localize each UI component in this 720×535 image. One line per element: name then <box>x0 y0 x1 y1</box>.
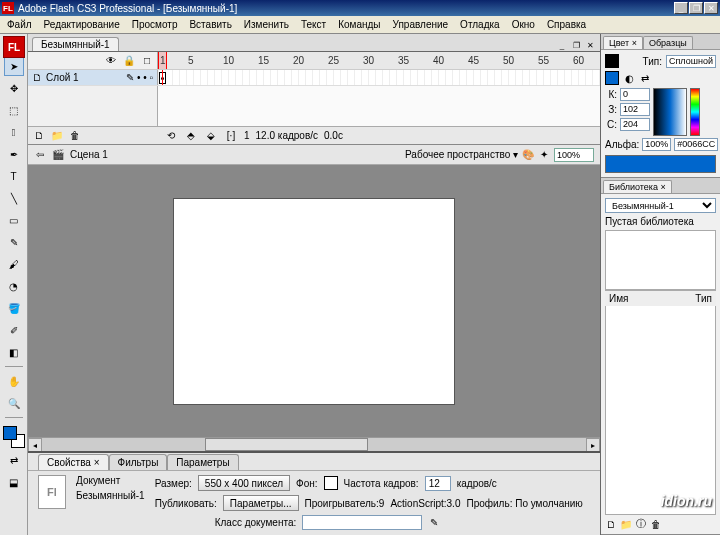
layer-empty-area <box>28 86 158 126</box>
pencil-tool[interactable]: ✎ <box>4 232 24 252</box>
edit-multiple-icon[interactable]: [·] <box>224 129 238 143</box>
lib-col-name[interactable]: Имя <box>609 293 628 304</box>
zoom-tool[interactable]: 🔍 <box>4 393 24 413</box>
menu-commands[interactable]: Команды <box>333 18 385 31</box>
new-layer-button[interactable]: 🗋 <box>32 129 46 143</box>
menu-modify[interactable]: Изменить <box>239 18 294 31</box>
eraser-tool[interactable]: ◧ <box>4 342 24 362</box>
menu-control[interactable]: Управление <box>388 18 454 31</box>
workspace-menu[interactable]: Рабочее пространство ▾ <box>405 149 518 160</box>
edit-symbol-icon[interactable]: ✦ <box>538 149 550 161</box>
close-button[interactable]: ✕ <box>704 2 718 14</box>
menu-debug[interactable]: Отладка <box>455 18 505 31</box>
frames-track[interactable] <box>158 70 600 85</box>
tab-color[interactable]: Цвет × <box>603 36 643 49</box>
hue-bar[interactable] <box>690 88 700 136</box>
brush-tool[interactable]: 🖌 <box>4 254 24 274</box>
green-field[interactable]: 102 <box>620 103 650 116</box>
outline-icon[interactable]: □ <box>141 55 153 67</box>
menu-edit[interactable]: Редактирование <box>39 18 125 31</box>
menu-insert[interactable]: Вставить <box>184 18 236 31</box>
back-icon[interactable]: ⇦ <box>34 149 46 161</box>
title-bar: FL Adobe Flash CS3 Professional - [Безым… <box>0 0 720 16</box>
red-field[interactable]: 0 <box>620 88 650 101</box>
onion-skin-icon[interactable]: ⬘ <box>184 129 198 143</box>
hand-tool[interactable]: ✋ <box>4 371 24 391</box>
properties-button[interactable]: ⓘ <box>635 518 647 530</box>
options-icon[interactable]: ⬓ <box>4 472 24 492</box>
doc-class-field[interactable] <box>302 515 422 530</box>
noswap-icon[interactable]: ⇄ <box>639 72 651 84</box>
document-tab[interactable]: Безымянный-1 <box>32 37 119 51</box>
bw-icon[interactable]: ◐ <box>623 72 635 84</box>
layer-row[interactable]: 🗋 Слой 1 ✎ • • ▫ <box>28 70 158 85</box>
eyedropper-tool[interactable]: ✐ <box>4 320 24 340</box>
text-tool[interactable]: T <box>4 166 24 186</box>
blue-field[interactable]: 204 <box>620 118 650 131</box>
delete-button[interactable]: 🗑 <box>650 518 662 530</box>
free-transform-tool[interactable]: ⬚ <box>4 100 24 120</box>
alpha-field[interactable]: 100% <box>642 138 671 151</box>
edit-class-icon[interactable]: ✎ <box>428 517 440 529</box>
menu-window[interactable]: Окно <box>507 18 540 31</box>
stage[interactable] <box>174 199 454 404</box>
doc-minimize-button[interactable]: _ <box>556 39 568 51</box>
new-folder-button[interactable]: 📁 <box>50 129 64 143</box>
tab-library[interactable]: Библиотека × <box>603 180 672 193</box>
new-symbol-button[interactable]: 🗋 <box>605 518 617 530</box>
menu-view[interactable]: Просмотр <box>127 18 183 31</box>
lasso-tool[interactable]: 𓏢 <box>4 122 24 142</box>
timeline-ruler[interactable]: 1 5 10 15 20 25 30 35 40 45 50 55 60 <box>158 52 600 69</box>
scene-name[interactable]: Сцена 1 <box>70 149 108 160</box>
library-doc-select[interactable]: Безымянный-1 <box>605 198 716 213</box>
actionscript-label: ActionScript:3.0 <box>390 498 460 509</box>
watermark: idion.ru <box>661 493 712 509</box>
minimize-button[interactable]: _ <box>674 2 688 14</box>
line-tool[interactable]: ╲ <box>4 188 24 208</box>
edit-scene-icon[interactable]: 🎨 <box>522 149 534 161</box>
scroll-left-button[interactable]: ◂ <box>28 438 42 452</box>
lib-col-type[interactable]: Тип <box>695 293 712 304</box>
new-folder-button[interactable]: 📁 <box>620 518 632 530</box>
bg-color-swatch[interactable] <box>324 476 338 490</box>
library-list[interactable] <box>605 306 716 515</box>
subselection-tool[interactable]: ✥ <box>4 78 24 98</box>
menu-text[interactable]: Текст <box>296 18 331 31</box>
swap-colors-icon[interactable]: ⇄ <box>4 450 24 470</box>
color-spectrum[interactable] <box>653 88 687 136</box>
zoom-field[interactable]: 100% <box>554 148 594 162</box>
horizontal-scrollbar[interactable]: ◂ ▸ <box>28 437 600 451</box>
publish-settings-button[interactable]: Параметры... <box>223 495 299 511</box>
menu-file[interactable]: Файл <box>2 18 37 31</box>
paint-bucket-tool[interactable]: 🪣 <box>4 298 24 318</box>
pen-tool[interactable]: ✒ <box>4 144 24 164</box>
selection-tool[interactable]: ➤ <box>4 56 24 76</box>
onion-outline-icon[interactable]: ⬙ <box>204 129 218 143</box>
lock-icon[interactable]: 🔒 <box>123 55 135 67</box>
edit-bar: ⇦ 🎬 Сцена 1 Рабочее пространство ▾ 🎨 ✦ 1… <box>28 145 600 165</box>
scroll-right-button[interactable]: ▸ <box>586 438 600 452</box>
scroll-thumb[interactable] <box>205 438 368 451</box>
size-button[interactable]: 550 x 400 пиксел <box>198 475 290 491</box>
fill-color-swatch[interactable] <box>605 71 619 85</box>
fill-type-select[interactable]: Сплошной <box>666 55 716 68</box>
doc-close-button[interactable]: ✕ <box>584 39 596 51</box>
delete-layer-button[interactable]: 🗑 <box>68 129 82 143</box>
tab-swatches[interactable]: Образцы <box>643 36 693 49</box>
visibility-icon[interactable]: 👁 <box>105 55 117 67</box>
maximize-button[interactable]: ❐ <box>689 2 703 14</box>
menu-help[interactable]: Справка <box>542 18 591 31</box>
stroke-fill-swatches[interactable] <box>3 426 25 448</box>
stroke-swatch[interactable] <box>3 426 17 440</box>
fps-field[interactable]: 12 <box>425 476 451 491</box>
hex-field[interactable]: #0066CC <box>674 138 718 151</box>
tab-parameters[interactable]: Параметры <box>167 454 238 470</box>
ink-bottle-tool[interactable]: ◔ <box>4 276 24 296</box>
center-frame-icon[interactable]: ⟲ <box>164 129 178 143</box>
rectangle-tool[interactable]: ▭ <box>4 210 24 230</box>
doc-restore-button[interactable]: ❐ <box>570 39 582 51</box>
tab-properties[interactable]: Свойства × <box>38 454 109 470</box>
stroke-color-swatch[interactable] <box>605 54 619 68</box>
tab-filters[interactable]: Фильтры <box>109 454 168 470</box>
stage-area[interactable] <box>28 165 600 437</box>
